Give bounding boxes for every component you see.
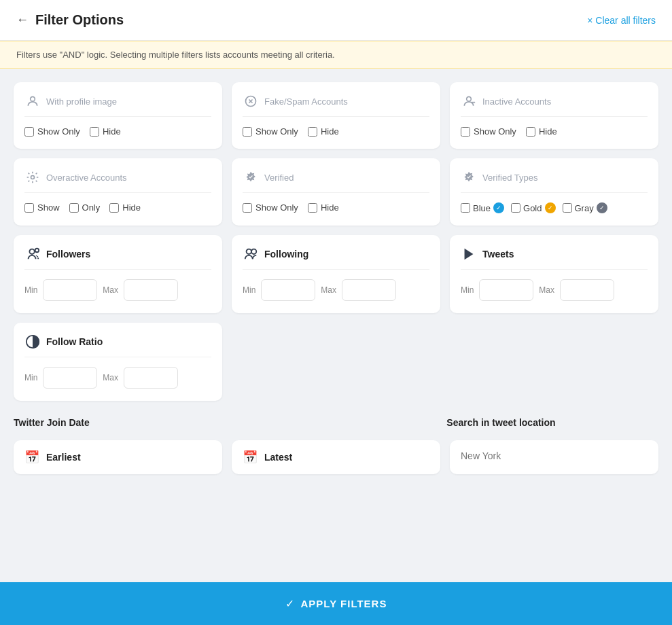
- latest-date-card[interactable]: 📅 Latest: [232, 440, 440, 474]
- filter-header-verified-types: Verified Types: [461, 169, 648, 193]
- overactive-icon: [24, 169, 41, 185]
- calendar-earliest-icon: 📅: [24, 450, 39, 465]
- filter-card-overactive: Overactive Accounts Show Only Hide: [14, 158, 222, 226]
- filter-card-inactive: Inactive Accounts Show Only Hide: [450, 82, 658, 149]
- checkbox-row-fake-spam: Show Only Hide: [243, 126, 429, 137]
- show-only-fake-spam[interactable]: Show Only: [243, 126, 298, 137]
- back-button[interactable]: ←: [16, 13, 29, 27]
- date-location-section: Twitter Join Date Search in tweet locati…: [14, 410, 658, 474]
- filter-header-fake-spam: Fake/Spam Accounts: [243, 93, 429, 117]
- followers-max-input[interactable]: [124, 279, 178, 301]
- hide-inactive[interactable]: Hide: [526, 126, 557, 137]
- show-only-verified[interactable]: Show Only: [243, 202, 298, 213]
- location-section-title: Search in tweet location: [446, 417, 658, 428]
- follow-ratio-max-label: Max: [103, 373, 118, 382]
- person-icon: [24, 93, 41, 109]
- followers-min-label: Min: [24, 285, 37, 295]
- svg-point-8: [35, 249, 39, 253]
- following-max-label: Max: [321, 285, 336, 295]
- show-overactive[interactable]: Show: [24, 202, 60, 213]
- filter-header-tweets: Tweets: [461, 246, 648, 270]
- verified-types-options: Blue ✓ Gold ✓ Gray ✓: [461, 202, 648, 213]
- filter-header-overactive: Overactive Accounts: [24, 169, 211, 193]
- header: ← Filter Options × Clear all filters: [0, 0, 672, 41]
- follow-ratio-min-input[interactable]: [43, 367, 97, 389]
- filter-label-overactive: Overactive Accounts: [46, 173, 127, 183]
- svg-point-7: [29, 249, 34, 254]
- filter-header-with-profile-image: With profile image: [24, 93, 211, 117]
- earliest-date-card[interactable]: 📅 Earliest: [14, 440, 222, 474]
- filter-card-following: Following Min Max: [232, 235, 440, 313]
- clear-all-filters-button[interactable]: × Clear all filters: [587, 15, 656, 26]
- svg-point-4: [467, 96, 472, 101]
- hide-verified[interactable]: Hide: [308, 202, 339, 213]
- followers-icon: [24, 246, 41, 262]
- filter-row-2: Overactive Accounts Show Only Hide: [14, 158, 658, 226]
- filter-label-following: Following: [264, 249, 308, 260]
- followers-max-label: Max: [103, 285, 118, 295]
- follow-ratio-max-input[interactable]: [124, 367, 178, 389]
- header-left: ← Filter Options: [16, 12, 124, 28]
- following-max-input[interactable]: [342, 279, 396, 301]
- filter-header-verified: Verified: [243, 169, 429, 193]
- info-banner: Filters use "AND" logic. Selecting multi…: [0, 41, 672, 69]
- filter-label-verified: Verified: [264, 173, 294, 183]
- main-content: With profile image Show Only Hide: [0, 69, 672, 582]
- tweets-min-label: Min: [461, 285, 474, 295]
- following-minmax: Min Max: [243, 279, 429, 301]
- svg-point-6: [31, 176, 35, 179]
- verified-type-gray[interactable]: Gray ✓: [563, 202, 607, 213]
- filter-row-1: With profile image Show Only Hide: [14, 82, 658, 149]
- filter-header-following: Following: [243, 246, 429, 270]
- blue-badge: ✓: [493, 202, 504, 213]
- tweets-icon: [461, 246, 477, 262]
- filter-row-3: Followers Min Max: [14, 235, 658, 313]
- date-section-title: Twitter Join Date: [14, 417, 437, 428]
- tweets-minmax: Min Max: [461, 279, 648, 301]
- info-banner-text: Filters use "AND" logic. Selecting multi…: [16, 50, 335, 60]
- following-min-input[interactable]: [261, 279, 315, 301]
- gray-badge: ✓: [597, 202, 607, 213]
- earliest-label: Earliest: [46, 452, 81, 463]
- filter-card-fake-spam: Fake/Spam Accounts Show Only Hide: [232, 82, 440, 149]
- page-title: Filter Options: [35, 12, 124, 28]
- filter-label-follow-ratio: Follow Ratio: [46, 336, 103, 347]
- show-only-profile-image[interactable]: Show Only: [24, 126, 80, 137]
- following-icon: [243, 246, 259, 262]
- tweets-max-input[interactable]: [560, 279, 614, 301]
- svg-point-0: [31, 96, 35, 101]
- filter-card-with-profile-image: With profile image Show Only Hide: [14, 82, 222, 149]
- follow-ratio-minmax: Min Max: [24, 367, 211, 389]
- apply-check-icon: ✓: [285, 597, 294, 610]
- location-input-card[interactable]: [450, 440, 658, 474]
- verified-type-gold[interactable]: Gold ✓: [511, 202, 555, 213]
- filter-header-inactive: Inactive Accounts: [461, 93, 648, 117]
- tweets-min-input[interactable]: [479, 279, 533, 301]
- followers-min-input[interactable]: [43, 279, 97, 301]
- svg-point-10: [251, 249, 256, 254]
- hide-fake-spam[interactable]: Hide: [308, 126, 339, 137]
- calendar-latest-icon: 📅: [243, 450, 258, 465]
- followers-minmax: Min Max: [24, 279, 211, 301]
- checkbox-row-profile-image: Show Only Hide: [24, 126, 211, 137]
- location-search-input[interactable]: [461, 450, 648, 461]
- verified-type-blue[interactable]: Blue ✓: [461, 202, 504, 213]
- hide-overactive[interactable]: Hide: [109, 202, 141, 213]
- checkbox-row-inactive: Show Only Hide: [461, 126, 648, 137]
- filter-label-with-profile-image: With profile image: [46, 96, 117, 107]
- verified-types-icon: [461, 169, 477, 185]
- show-only-inactive[interactable]: Show Only: [461, 126, 516, 137]
- only-overactive[interactable]: Only: [69, 202, 101, 213]
- checkbox-row-overactive: Show Only Hide: [24, 202, 211, 213]
- latest-label: Latest: [264, 452, 292, 463]
- filter-label-tweets: Tweets: [482, 249, 514, 260]
- filter-label-followers: Followers: [46, 249, 90, 260]
- filter-card-tweets: Tweets Min Max: [450, 235, 658, 313]
- filter-label-verified-types: Verified Types: [482, 173, 537, 183]
- apply-filters-button[interactable]: APPLY FILTERS: [301, 598, 387, 609]
- apply-filters-bar[interactable]: ✓ APPLY FILTERS: [0, 582, 672, 625]
- tweets-max-label: Max: [539, 285, 554, 295]
- svg-point-9: [247, 249, 251, 254]
- hide-profile-image[interactable]: Hide: [90, 126, 121, 137]
- svg-marker-11: [465, 249, 474, 260]
